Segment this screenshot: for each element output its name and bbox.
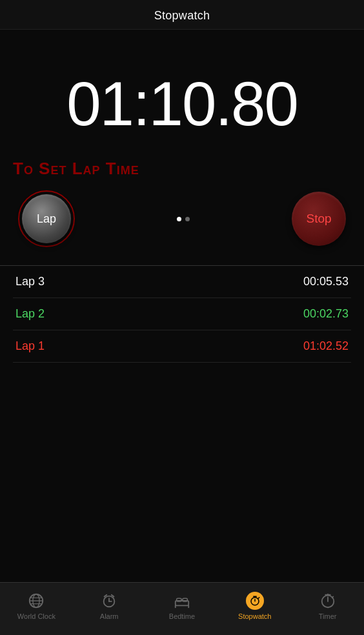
timer-icon	[319, 592, 337, 610]
header: Stopwatch	[0, 0, 364, 30]
page-dots	[177, 217, 190, 221]
lap-time: 00:05.53	[303, 275, 349, 288]
tab-stopwatch[interactable]: Stopwatch	[236, 592, 274, 620]
tab-alarm[interactable]: Alarm	[90, 592, 128, 620]
instruction-text: To Set Lap Time	[0, 159, 364, 190]
timer-area: 01:10.80	[0, 30, 364, 159]
tab-world-clock-label: World Clock	[17, 612, 56, 620]
lap-label: Lap 1	[15, 339, 45, 353]
bedtime-icon	[173, 592, 191, 610]
globe-icon	[27, 592, 45, 610]
tab-bar: World Clock Alarm Bedtime	[0, 582, 364, 635]
stopwatch-icon	[246, 592, 264, 610]
lap-time: 00:02.73	[303, 307, 349, 321]
lap-button[interactable]: Lap	[22, 194, 71, 243]
tab-stopwatch-label: Stopwatch	[238, 612, 271, 620]
table-row: Lap 2 00:02.73	[13, 298, 351, 330]
tab-bedtime[interactable]: Bedtime	[163, 592, 201, 620]
tab-timer-label: Timer	[319, 612, 337, 620]
lap-time: 01:02.52	[303, 339, 349, 353]
page-title: Stopwatch	[154, 9, 210, 22]
timer-display: 01:10.80	[66, 68, 298, 139]
dot-2	[185, 217, 190, 221]
table-row: Lap 3 00:05.53	[13, 266, 351, 298]
svg-rect-11	[177, 598, 181, 601]
lap-label: Lap 3	[15, 275, 45, 288]
tab-world-clock[interactable]: World Clock	[17, 592, 56, 620]
table-row: Lap 1 01:02.52	[13, 330, 351, 363]
tab-timer[interactable]: Timer	[308, 592, 347, 620]
tab-alarm-label: Alarm	[100, 612, 119, 620]
svg-line-19	[258, 597, 259, 598]
lap-list: Lap 3 00:05.53 Lap 2 00:02.73 Lap 1 01:0…	[0, 265, 364, 363]
lap-button-wrapper: Lap	[18, 190, 75, 247]
alarm-icon	[100, 592, 118, 610]
tab-bedtime-label: Bedtime	[169, 612, 195, 620]
lap-label: Lap 2	[15, 307, 45, 321]
svg-rect-12	[183, 598, 187, 601]
stop-button[interactable]: Stop	[292, 192, 346, 246]
dot-1	[177, 217, 181, 221]
controls-row: Lap Stop	[0, 190, 364, 247]
